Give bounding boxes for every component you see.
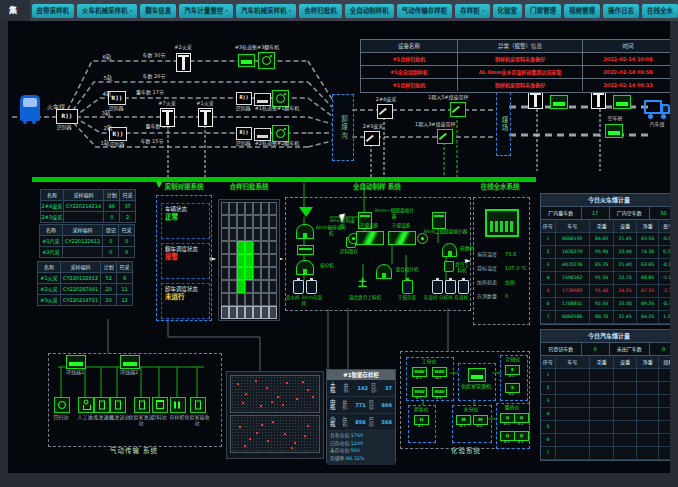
pneumatic-station-icon[interactable] [190,397,206,413]
menu-item-2[interactable]: 翻车信息 [140,4,176,18]
train-sampler-icon[interactable] [198,108,213,127]
bottle-icon [445,280,456,294]
truck-station-icon[interactable] [605,124,623,138]
table-cell: -0.50 [658,233,670,245]
menu-item-0[interactable]: 皮带采样机 [32,4,75,18]
menu-item-3[interactable]: 汽车计量管控 · [179,4,233,18]
table-cell: 0 [103,212,119,222]
track-scale-icon[interactable] [238,54,255,67]
table-cell: #1火采 [38,273,60,283]
rack-slot [269,254,277,267]
menu-item-11[interactable]: 视频管理 [564,4,600,18]
truck-icon[interactable] [644,97,670,117]
alarm-header-cell: 设备名称 [361,40,457,52]
menu-item-4[interactable]: 汽车机械采样机 · [236,4,296,18]
table-cell: 序号 [541,356,555,368]
menu-home[interactable]: 集控首页 [0,0,30,21]
menu-item-5[interactable]: 合样归批机 [299,4,342,18]
table-cell: 采样编码 [60,262,101,272]
menu-item-12[interactable]: 操作日志 [603,4,639,18]
pneumatic-station-label: 化验室接收站 [184,414,210,426]
menu-item-8[interactable]: 存样柜 · [455,4,489,18]
table-cell: 已采数 [116,262,132,272]
table-cell [613,395,636,407]
table-cell: 2 [541,382,555,394]
table-cell: 1708811 [555,298,589,310]
crusher-divider-icon[interactable] [296,224,314,239]
belt-sampler-icon[interactable] [437,129,453,144]
track-label: 4轨 [100,91,114,98]
rfid-reader-icon[interactable]: R)) [56,109,78,124]
belt-sampler-icon[interactable] [364,131,380,146]
ring-relay-icon[interactable] [66,355,86,369]
menu-item-13[interactable]: 在线全水 [642,4,678,18]
belt-sampler-icon[interactable] [450,102,466,117]
table-cell: 92.55 [589,298,613,310]
table-cell: -0.15 [658,259,670,271]
table-cell: 毛重 [589,220,613,232]
pneumatic-station-icon[interactable] [110,397,126,413]
train-sampler-icon[interactable] [160,108,175,127]
divider-icon[interactable] [296,260,314,275]
pneumatic-station-icon[interactable] [54,397,70,413]
truck-station-icon[interactable] [550,95,568,109]
moisture-label: 在测数量 [477,293,505,299]
table-cell [636,395,659,407]
pneumatic-station-icon[interactable] [94,397,110,413]
truck-station-icon[interactable] [528,91,543,109]
mill-icon[interactable] [442,243,457,257]
stored-sample-dot [242,402,244,404]
menu-item-6[interactable]: 全自动制样机 [345,4,394,18]
cabinet-cell: 604 [382,403,392,408]
dryer-icon[interactable] [356,231,384,245]
table-cell: 1 [541,369,555,381]
rack-slot [269,267,277,280]
lab-instrument-tag: #4 [514,440,527,444]
lab-instrument-tag: #1 [456,424,469,428]
table-row: 2162027995.9022.4074.300.20 [541,246,670,259]
moisture-monitor-icon[interactable] [485,209,519,237]
rack-slot [221,254,229,267]
menu-item-7[interactable]: 气动传输存样柜 [397,4,453,18]
disc-divider-icon[interactable] [432,212,446,229]
pneumatic-station-icon[interactable] [170,397,186,413]
belt-sampler-icon[interactable] [377,104,393,119]
pneumatic-station-icon[interactable] [134,397,150,413]
lab-manager-label: 化验室管理机 [460,383,492,389]
car-dumper-icon[interactable] [258,52,275,69]
table-cell [613,408,636,420]
pneumatic-station-icon[interactable] [152,397,168,413]
rack-slot [253,228,261,241]
table-cell: 12 [116,295,132,305]
autoprep-label: 干燥设备 [388,223,414,229]
rack-slot [245,241,253,254]
dryer-icon[interactable] [388,231,416,245]
menu-item-9[interactable]: 化验室 [493,4,523,18]
mixer-divider-icon[interactable] [376,264,392,279]
funnel-icon[interactable] [299,207,313,217]
table-cell: 20 [100,284,116,294]
ring-relay-icon[interactable] [120,355,140,369]
table-cell: 0 [118,236,134,246]
table-cell: 6 [541,434,555,446]
lab-manager-monitor-icon[interactable] [468,368,486,382]
truck-station-icon[interactable] [613,95,631,109]
belt-feeder-icon[interactable] [297,245,314,255]
pneumatic-station-label: 小瓶发送站 [104,414,130,420]
rfid-reader-icon[interactable]: R)) [236,92,252,105]
stored-sample-dot [284,433,286,435]
train-sampler-icon[interactable] [176,53,191,72]
truck-station-icon[interactable] [591,91,606,109]
menu-item-10[interactable]: 门禁管理 [525,4,561,18]
cabinet-cell: 已存: [371,383,382,393]
footer-item: 共有仓位:1769 [330,433,363,440]
summary-value: 17 [581,207,609,219]
rfid-reader-icon[interactable]: R)) [236,127,252,140]
stored-sample-dot [266,387,268,389]
train-icon[interactable] [20,95,40,121]
alarm-header-row: 设备名称异常（报警）信息时间 [361,40,670,52]
table-cell [555,382,589,394]
stored-sample-dot [296,398,298,400]
pneumatic-station-icon[interactable] [78,397,94,413]
menu-item-1[interactable]: 火车机械采样机 · [77,4,137,18]
